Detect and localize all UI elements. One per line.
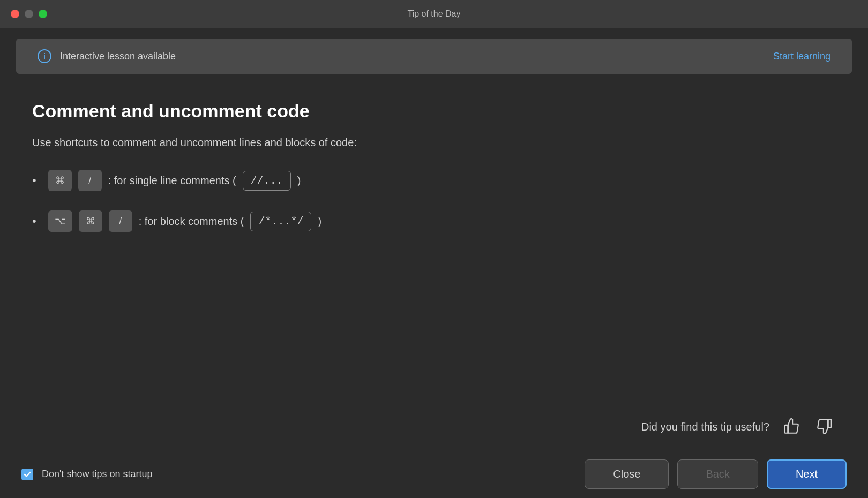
footer-buttons: Close Back Next	[585, 459, 847, 489]
shortcut-text-1: : for single line comments (	[108, 175, 236, 187]
checkmark-icon	[24, 471, 31, 478]
thumbs-up-button[interactable]	[780, 415, 803, 439]
shortcut-suffix-2: )	[318, 215, 321, 228]
back-button[interactable]: Back	[677, 459, 758, 489]
key-slash-2: /	[109, 210, 132, 232]
shortcut-list: • ⌘ / : for single line comments ( //...…	[32, 170, 836, 232]
close-button[interactable]: Close	[585, 459, 669, 489]
shortcut-text-2: : for block comments (	[139, 215, 244, 228]
key-option: ⌥	[48, 210, 72, 232]
window-title: Tip of the Day	[407, 9, 460, 19]
close-window-button[interactable]	[11, 10, 19, 18]
code-single-line: //...	[243, 171, 291, 191]
checkbox-row[interactable]: Don't show tips on startup	[21, 469, 153, 480]
dont-show-label: Don't show tips on startup	[42, 469, 153, 480]
key-slash-1: /	[78, 170, 102, 191]
thumbs-down-icon	[815, 417, 834, 435]
interactive-lesson-label: Interactive lesson available	[60, 51, 176, 62]
svg-rect-0	[784, 425, 788, 433]
maximize-window-button[interactable]	[39, 10, 47, 18]
minimize-window-button[interactable]	[25, 10, 33, 18]
content-area: Comment and uncomment code Use shortcuts…	[0, 85, 868, 410]
feedback-row: Did you find this tip useful?	[0, 410, 868, 450]
traffic-lights	[11, 10, 47, 18]
bullet-1: •	[32, 173, 36, 187]
footer: Don't show tips on startup Close Back Ne…	[0, 450, 868, 498]
list-item: • ⌥ ⌘ / : for block comments ( /*...*/ )	[32, 210, 836, 232]
info-icon: i	[38, 49, 51, 63]
svg-rect-1	[828, 419, 831, 427]
next-button[interactable]: Next	[767, 459, 847, 489]
thumbs-down-button[interactable]	[813, 415, 836, 439]
list-item: • ⌘ / : for single line comments ( //...…	[32, 170, 836, 191]
info-banner-left: i Interactive lesson available	[38, 49, 176, 63]
title-bar: Tip of the Day	[0, 0, 868, 28]
code-block: /*...*/	[250, 212, 311, 231]
dont-show-checkbox[interactable]	[21, 469, 33, 480]
start-learning-link[interactable]: Start learning	[773, 51, 830, 62]
dialog: i Interactive lesson available Start lea…	[0, 28, 868, 450]
tip-description: Use shortcuts to comment and uncomment l…	[32, 134, 836, 150]
key-cmd-2: ⌘	[79, 210, 102, 232]
tip-title: Comment and uncomment code	[32, 101, 836, 122]
key-cmd-1: ⌘	[48, 170, 72, 191]
thumbs-up-icon	[782, 417, 800, 435]
feedback-question: Did you find this tip useful?	[641, 421, 769, 433]
shortcut-suffix-1: )	[297, 175, 301, 187]
info-banner: i Interactive lesson available Start lea…	[16, 39, 852, 74]
bullet-2: •	[32, 214, 36, 228]
